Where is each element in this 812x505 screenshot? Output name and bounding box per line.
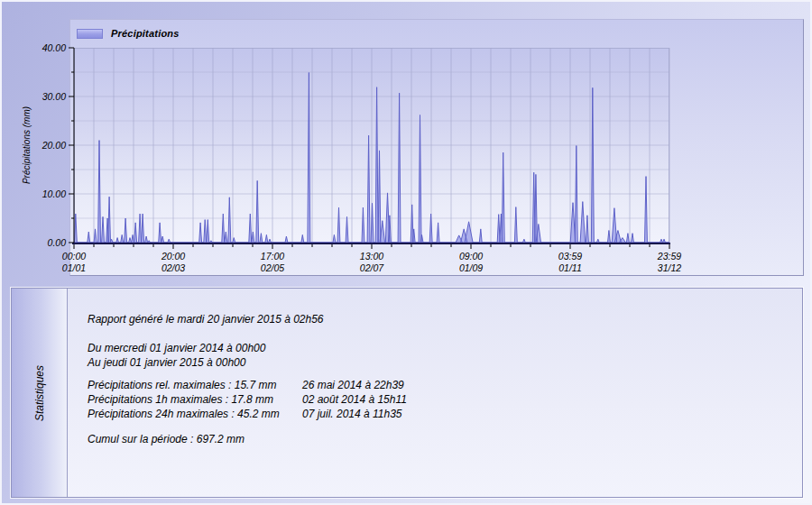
period-from-line: Du mercredi 01 janvier 2014 à 00h00 [88, 341, 784, 355]
precipitation-chart: 0.0010.0020.0030.0040.0000:0001/0120:000… [2, 2, 812, 283]
statistics-content: Rapport généré le mardi 20 janvier 2015 … [68, 289, 802, 497]
svg-text:23:59: 23:59 [657, 251, 681, 262]
svg-text:02/05: 02/05 [261, 262, 284, 273]
max-24h-date: 07 juil. 2014 à 11h35 [302, 407, 402, 421]
max-24h-row: Précipitations 24h maximales : 45.2 mm 0… [88, 407, 784, 421]
max-1h-row: Précipitations 1h maximales : 17.8 mm 02… [88, 392, 784, 407]
svg-text:17:00: 17:00 [261, 251, 284, 262]
svg-text:01/01: 01/01 [62, 262, 86, 273]
statistics-panel: Statistiques Rapport généré le mardi 20 … [11, 288, 803, 498]
max-24h-label: Précipitations 24h maximales : 45.2 mm [88, 407, 302, 421]
statistics-sidebar: Statistiques [12, 289, 68, 497]
svg-text:09:00: 09:00 [459, 251, 483, 262]
max-1h-label: Précipitations 1h maximales : 17.8 mm [88, 392, 302, 407]
report-window: Précipitations 0.0010.0020.0030.0040.000… [0, 0, 812, 505]
max-rel-date: 26 mai 2014 à 22h39 [302, 378, 404, 392]
svg-text:03:59: 03:59 [558, 251, 582, 262]
svg-text:31/12: 31/12 [658, 262, 681, 273]
svg-text:20.00: 20.00 [42, 140, 66, 151]
svg-text:00:00: 00:00 [62, 251, 86, 262]
max-rel-row: Précipitations rel. maximales : 15.7 mm … [88, 378, 784, 392]
period-to-line: Au jeudi 01 janvier 2015 à 00h00 [88, 355, 784, 370]
statistics-sidebar-label: Statistiques [33, 364, 46, 420]
svg-text:10.00: 10.00 [42, 188, 66, 199]
svg-text:02/03: 02/03 [161, 262, 185, 273]
max-1h-date: 02 août 2014 à 15h11 [302, 392, 407, 407]
svg-text:Précipitations (mm): Précipitations (mm) [22, 106, 32, 184]
svg-text:01/11: 01/11 [558, 262, 582, 273]
report-generated-line: Rapport généré le mardi 20 janvier 2015 … [88, 312, 784, 326]
svg-text:0.00: 0.00 [48, 237, 67, 248]
svg-text:40.00: 40.00 [42, 42, 66, 53]
svg-text:20:00: 20:00 [161, 251, 185, 262]
cumul-line: Cumul sur la période : 697.2 mm [88, 432, 784, 446]
max-rel-label: Précipitations rel. maximales : 15.7 mm [88, 378, 302, 392]
svg-text:30.00: 30.00 [42, 91, 66, 102]
svg-text:02/07: 02/07 [360, 262, 384, 273]
svg-text:13:00: 13:00 [360, 251, 383, 262]
svg-text:01/09: 01/09 [459, 262, 483, 273]
